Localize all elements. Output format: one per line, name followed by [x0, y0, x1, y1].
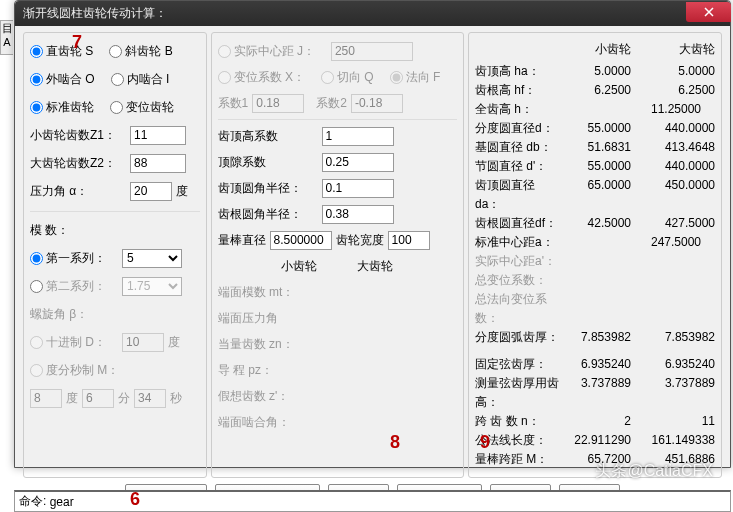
radio-dms: 度分秒制 M： [30, 362, 119, 379]
dms-m-input [82, 389, 114, 408]
z1-label: 小齿轮齿数Z1： [30, 127, 126, 144]
res-hdr-small: 小齿轮 [559, 41, 637, 58]
coef2-label: 系数2 [316, 95, 347, 112]
result-row: 测量弦齿厚用齿高：3.7378893.737889 [475, 374, 715, 412]
param-panel: 实际中心距 J： 变位系数 X： 切向 Q 法向 F 系数1 系数2 齿顶高系数… [211, 32, 464, 478]
result-row: 基圆直径 db：51.6831413.4648 [475, 138, 715, 157]
close-button[interactable] [686, 2, 731, 22]
result-row: 固定弦齿厚：6.9352406.935240 [475, 355, 715, 374]
result-row: 总法向变位系数： [475, 290, 715, 328]
result-row: 齿根圆直径df：42.5000427.5000 [475, 214, 715, 233]
mt-label: 端面模数 mt： [218, 284, 295, 301]
radio-normal: 法向 F [390, 69, 441, 86]
res-hdr-big: 大齿轮 [637, 41, 715, 58]
deg-unit-2: 度 [168, 334, 180, 351]
watermark: 头条@CatiaCFX [595, 461, 713, 482]
command-line[interactable]: 命令: gear [14, 490, 731, 512]
helix-label: 螺旋角 β： [30, 306, 88, 323]
annotation-6: 6 [130, 489, 140, 510]
center-input [331, 42, 413, 61]
input-panel: 直齿轮 S 斜齿轮 B 外啮合 O 内啮合 I 标准齿轮 变位齿轮 小齿轮齿数Z… [23, 32, 207, 478]
radio-decimal: 十进制 D： [30, 334, 106, 351]
radio-external[interactable]: 外啮合 O [30, 71, 95, 88]
deg-unit: 度 [176, 183, 188, 200]
z2-label: 大齿轮齿数Z2： [30, 155, 126, 172]
ha-input[interactable] [322, 127, 394, 146]
c-input[interactable] [322, 153, 394, 172]
window-title: 渐开线圆柱齿轮传动计算： [23, 5, 167, 22]
dialog-window: 渐开线圆柱齿轮传动计算： 直齿轮 S 斜齿轮 B 外啮合 O 内啮合 I 标准齿… [14, 0, 731, 468]
result-row: 节圆直径 d'：55.0000440.0000 [475, 157, 715, 176]
annotation-9: 9 [480, 432, 490, 453]
radio-tangential: 切向 Q [321, 69, 374, 86]
annotation-7: 7 [72, 32, 82, 53]
close-icon [704, 7, 714, 17]
radio-actual-center: 实际中心距 J： [218, 43, 315, 60]
mod-label: 模 数： [30, 222, 69, 239]
radio-series2[interactable]: 第二系列： [30, 278, 106, 295]
result-row: 分度圆弧齿厚：7.8539827.853982 [475, 328, 715, 347]
result-panel: 小齿轮大齿轮 齿顶高 ha：5.00005.0000齿根高 hf：6.25006… [468, 32, 722, 478]
cmd-value: gear [50, 495, 74, 509]
rootr-input[interactable] [322, 205, 394, 224]
radio-standard[interactable]: 标准齿轮 [30, 99, 94, 116]
ha-label: 齿顶高系数 [218, 128, 318, 145]
radio-helical[interactable]: 斜齿轮 B [109, 43, 172, 60]
result-row: 总变位系数： [475, 271, 715, 290]
annotation-8: 8 [390, 432, 400, 453]
result-row: 分度圆直径d：55.0000440.0000 [475, 119, 715, 138]
pind-label: 量棒直径 [218, 232, 266, 249]
coef1-label: 系数1 [218, 95, 249, 112]
alphat-label: 端面压力角 [218, 310, 278, 327]
cmd-label: 命令: [19, 493, 46, 510]
width-input[interactable] [388, 231, 430, 250]
result-row: 齿顶高 ha：5.00005.0000 [475, 62, 715, 81]
pind-input[interactable] [270, 231, 332, 250]
col2-big-hdr: 大齿轮 [357, 258, 393, 275]
radio-internal[interactable]: 内啮合 I [111, 71, 170, 88]
radio-series1[interactable]: 第一系列： [30, 250, 106, 267]
result-row: 实际中心距a'： [475, 252, 715, 271]
series1-select[interactable]: 5 [122, 249, 182, 268]
z2-input[interactable] [130, 154, 186, 173]
result-row: 跨 齿 数 n：211 [475, 412, 715, 431]
titlebar: 渐开线圆柱齿轮传动计算： [15, 1, 730, 26]
width-label: 齿轮宽度 [336, 232, 384, 249]
result-row: 标准中心距a：247.5000 [475, 233, 715, 252]
c-label: 顶隙系数 [218, 154, 318, 171]
alpha-input[interactable] [130, 182, 172, 201]
zn-label: 当量齿数 zn： [218, 336, 294, 353]
pz-label: 导 程 pz： [218, 362, 273, 379]
result-row: 公法线长度：22.911290161.149338 [475, 431, 715, 450]
z1-input[interactable] [130, 126, 186, 145]
radio-shifted[interactable]: 变位齿轮 [110, 99, 174, 116]
dms-d-input [30, 389, 62, 408]
side-tab: 目 A [0, 20, 13, 55]
alpha-label: 压力角 α： [30, 183, 126, 200]
result-row: 齿顶圆直径da：65.0000450.0000 [475, 176, 715, 214]
radio-shift-coef: 变位系数 X： [218, 69, 305, 86]
rootr-label: 齿根圆角半径： [218, 206, 318, 223]
side-b: A [1, 35, 13, 49]
coef1-input [252, 94, 304, 113]
tipr-label: 齿顶圆角半径： [218, 180, 318, 197]
col2-small-hdr: 小齿轮 [281, 258, 317, 275]
dms-s-input [134, 389, 166, 408]
series2-select: 1.75 [122, 277, 182, 296]
meshang-label: 端面啮合角： [218, 414, 290, 431]
result-row: 全齿高 h：11.25000 [475, 100, 715, 119]
coef2-input [351, 94, 403, 113]
side-a: 目 [1, 21, 13, 35]
radio-spur[interactable]: 直齿轮 S [30, 43, 93, 60]
result-row: 齿根高 hf：6.25006.2500 [475, 81, 715, 100]
decimal-input [122, 333, 164, 352]
zprime-label: 假想齿数 z'： [218, 388, 290, 405]
tipr-input[interactable] [322, 179, 394, 198]
